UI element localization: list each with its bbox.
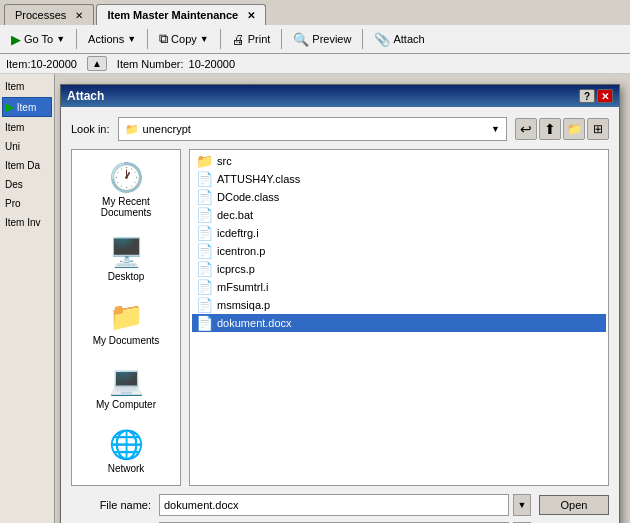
nav-back-icon[interactable]: ↩ [515, 118, 537, 140]
file-item-src[interactable]: 📁 src [192, 152, 606, 170]
item-bar: Item:10-20000 ▲ Item Number: 10-20000 [0, 54, 630, 74]
sidebar-item-6[interactable]: Pro [2, 195, 52, 212]
item-nav-up[interactable]: ▲ [87, 56, 107, 71]
my-documents-item[interactable]: 📁 My Documents [81, 295, 171, 351]
look-in-label: Look in: [71, 123, 110, 135]
file-list: 📁 src 📄 ATTUSH4Y.class 📄 DCode.class [190, 150, 608, 334]
recent-icon: 🕐 [109, 161, 144, 194]
folder-item-icon: 📁 [196, 153, 213, 169]
file-item-icon: 📄 [196, 225, 213, 241]
separator-1 [76, 29, 77, 49]
file-item-icon: 📄 [196, 261, 213, 277]
goto-button[interactable]: ▶ Go To ▼ [4, 29, 72, 50]
dialog-title: Attach [67, 89, 104, 103]
look-in-dropdown-arrow: ▼ [491, 124, 500, 134]
dialog-titlebar: Attach ? ✕ [61, 85, 619, 107]
print-button[interactable]: 🖨 Print [225, 29, 278, 50]
file-name-input[interactable] [159, 494, 509, 516]
main-area: Item ▶ Item Item Uni Item Da Des Pro Ite… [0, 74, 630, 523]
desktop-item[interactable]: 🖥️ Desktop [81, 231, 171, 287]
file-item-icon: 📄 [196, 243, 213, 259]
my-network-icon: 🌐 [109, 428, 144, 461]
file-item-dec[interactable]: 📄 dec.bat [192, 206, 606, 224]
file-item-msmsiqa[interactable]: 📄 msmsiqa.p [192, 296, 606, 314]
file-item-icon: 📄 [196, 279, 213, 295]
separator-3 [220, 29, 221, 49]
copy-icon: ⧉ [159, 31, 168, 47]
right-panel[interactable]: 📁 src 📄 ATTUSH4Y.class 📄 DCode.class [189, 149, 609, 486]
print-icon: 🖨 [232, 32, 245, 47]
attach-icon: 📎 [374, 32, 390, 47]
file-name-row: File name: ▼ Open [71, 494, 609, 516]
nav-up-icon[interactable]: ⬆ [539, 118, 561, 140]
toolbar: ▶ Go To ▼ Actions ▼ ⧉ Copy ▼ 🖨 Print 🔍 P… [0, 25, 630, 54]
actions-dropdown-arrow: ▼ [127, 34, 136, 44]
item-id: Item:10-20000 [6, 58, 77, 70]
sidebar-item-0[interactable]: Item [2, 78, 52, 95]
file-name-dropdown-btn[interactable]: ▼ [513, 494, 531, 516]
file-item-dcode[interactable]: 📄 DCode.class [192, 188, 606, 206]
file-item-icon: 📄 [196, 207, 213, 223]
desktop-icon: 🖥️ [109, 236, 144, 269]
tab-processes[interactable]: Processes ✕ [4, 4, 94, 25]
attach-button[interactable]: 📎 Attach [367, 29, 431, 50]
new-folder-icon[interactable]: 📁 [563, 118, 585, 140]
preview-button[interactable]: 🔍 Preview [286, 29, 358, 50]
file-item-icon: 📄 [196, 171, 213, 187]
file-item-mfsumtrl[interactable]: 📄 mFsumtrl.i [192, 278, 606, 296]
actions-button[interactable]: Actions ▼ [81, 30, 143, 48]
sidebar-item-4[interactable]: Item Da [2, 157, 52, 174]
open-button[interactable]: Open [539, 495, 609, 515]
preview-icon: 🔍 [293, 32, 309, 47]
dialog-close-button[interactable]: ✕ [597, 89, 613, 103]
my-documents-icon: 📁 [109, 300, 144, 333]
view-toggle-icon[interactable]: ⊞ [587, 118, 609, 140]
copy-dropdown-arrow: ▼ [200, 34, 209, 44]
sidebar-item-7[interactable]: Item Inv [2, 214, 52, 231]
my-computer-item[interactable]: 💻 My Computer [81, 359, 171, 415]
goto-icon: ▶ [11, 32, 21, 47]
tab-bar: Processes ✕ Item Master Maintenance ✕ [0, 0, 630, 25]
active-arrow-icon: ▶ [5, 100, 14, 114]
look-in-select[interactable]: 📁 unencrypt ▼ [118, 117, 507, 141]
file-item-icdeftrg[interactable]: 📄 icdeftrg.i [192, 224, 606, 242]
look-in-row: Look in: 📁 unencrypt ▼ ↩ ⬆ 📁 ⊞ [71, 117, 609, 141]
sidebar-item-3[interactable]: Uni [2, 138, 52, 155]
separator-4 [281, 29, 282, 49]
file-item-icon: 📄 [196, 297, 213, 313]
attach-dialog: Attach ? ✕ Look in: 📁 unencrypt ▼ [60, 84, 620, 523]
sidebar-item-5[interactable]: Des [2, 176, 52, 193]
dialog-title-buttons: ? ✕ [579, 89, 613, 103]
recent-documents-item[interactable]: 🕐 My Recent Documents [81, 156, 171, 223]
item-nav: ▲ [87, 56, 107, 71]
look-in-toolbar: ↩ ⬆ 📁 ⊞ [515, 118, 609, 140]
dialog-content: Look in: 📁 unencrypt ▼ ↩ ⬆ 📁 ⊞ [61, 107, 619, 523]
bottom-fields: File name: ▼ Open Files of type: ▼ [71, 494, 609, 523]
separator-5 [362, 29, 363, 49]
item-number-label: Item Number: 10-20000 [117, 58, 235, 70]
file-item-attush4y[interactable]: 📄 ATTUSH4Y.class [192, 170, 606, 188]
left-sidebar: Item ▶ Item Item Uni Item Da Des Pro Ite… [0, 74, 55, 523]
copy-button[interactable]: ⧉ Copy ▼ [152, 28, 216, 50]
file-item-icon: 📄 [196, 189, 213, 205]
dialog-overlay: Attach ? ✕ Look in: 📁 unencrypt ▼ [50, 74, 630, 523]
file-browser: 🕐 My Recent Documents 🖥️ Desktop 📁 My Do… [71, 149, 609, 486]
file-item-icon: 📄 [196, 315, 213, 331]
file-item-icentron[interactable]: 📄 icentron.p [192, 242, 606, 260]
tab-item-master[interactable]: Item Master Maintenance ✕ [96, 4, 266, 25]
folder-icon: 📁 [125, 123, 139, 136]
sidebar-item-2[interactable]: Item [2, 119, 52, 136]
my-network-item[interactable]: 🌐 Network [81, 423, 171, 479]
file-item-dokument[interactable]: 📄 dokument.docx [192, 314, 606, 332]
tab-close-processes[interactable]: ✕ [75, 10, 83, 21]
file-item-icprcs[interactable]: 📄 icprcs.p [192, 260, 606, 278]
dialog-help-button[interactable]: ? [579, 89, 595, 103]
left-panel: 🕐 My Recent Documents 🖥️ Desktop 📁 My Do… [71, 149, 181, 486]
tab-close-item-master[interactable]: ✕ [247, 10, 255, 21]
my-computer-icon: 💻 [109, 364, 144, 397]
sidebar-item-1[interactable]: ▶ Item [2, 97, 52, 117]
goto-dropdown-arrow: ▼ [56, 34, 65, 44]
separator-2 [147, 29, 148, 49]
file-name-input-wrap: ▼ [159, 494, 531, 516]
file-name-label: File name: [71, 499, 151, 511]
